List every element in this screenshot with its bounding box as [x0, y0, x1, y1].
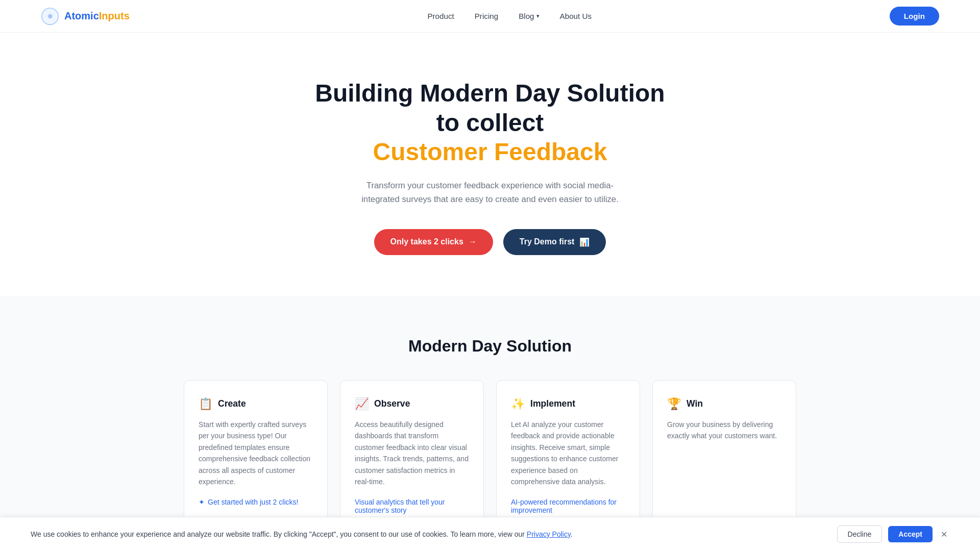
- cookie-banner: We use cookies to enhance your experienc…: [0, 517, 980, 551]
- feature-card-win: 🏆 Win Grow your business by delivering e…: [652, 380, 796, 531]
- close-cookie-button[interactable]: ✕: [939, 528, 949, 541]
- login-button[interactable]: Login: [890, 7, 939, 26]
- nav-pricing-link[interactable]: Pricing: [475, 12, 498, 20]
- implement-title: Implement: [530, 398, 575, 409]
- win-text: Grow your business by delivering exactly…: [667, 419, 781, 442]
- observe-link[interactable]: Visual analytics that tell your customer…: [355, 498, 469, 514]
- create-text: Start with expertly crafted surveys per …: [199, 419, 313, 488]
- accept-button[interactable]: Accept: [888, 526, 933, 542]
- logo-icon: ⚛: [41, 7, 59, 26]
- features-section-title: Modern Day Solution: [41, 337, 939, 356]
- navbar: ⚛ AtomicInputs Product Pricing Blog ▾ Ab…: [0, 0, 980, 33]
- svg-text:⚛: ⚛: [47, 12, 54, 20]
- arrow-right-icon: →: [469, 237, 477, 246]
- cookie-text: We use cookies to enhance your experienc…: [31, 530, 827, 538]
- cta-primary-button[interactable]: Only takes 2 clicks →: [374, 229, 493, 255]
- features-section: Modern Day Solution 📋 Create Start with …: [0, 296, 980, 551]
- observe-title: Observe: [374, 398, 410, 409]
- hero-title-highlight: Customer Feedback: [311, 137, 669, 167]
- feature-card-observe: 📈 Observe Access beautifully designed da…: [340, 380, 484, 531]
- features-grid: 📋 Create Start with expertly crafted sur…: [184, 380, 796, 531]
- close-icon: ✕: [941, 530, 947, 539]
- feature-card-implement: ✨ Implement Let AI analyze your customer…: [496, 380, 640, 531]
- create-icon: 📋: [199, 397, 213, 411]
- hero-section: Building Modern Day Solution to collect …: [0, 33, 980, 296]
- nav-blog-link[interactable]: Blog ▾: [519, 12, 539, 20]
- feature-card-create: 📋 Create Start with expertly crafted sur…: [184, 380, 328, 531]
- implement-link[interactable]: AI-powered recommendations for improveme…: [511, 498, 625, 514]
- implement-icon: ✨: [511, 397, 525, 411]
- create-link[interactable]: ✦ Get started with just 2 clicks!: [199, 498, 313, 506]
- bar-chart-icon: 📊: [579, 237, 590, 247]
- cta-demo-button[interactable]: Try Demo first 📊: [503, 229, 606, 255]
- nav-product-link[interactable]: Product: [427, 12, 454, 20]
- create-title: Create: [218, 398, 246, 409]
- logo-link[interactable]: ⚛ AtomicInputs: [41, 7, 130, 26]
- win-title: Win: [687, 398, 703, 409]
- hero-subtitle: Transform your customer feedback experie…: [357, 179, 623, 207]
- cookie-actions: Decline Accept ✕: [837, 525, 949, 543]
- hero-buttons: Only takes 2 clicks → Try Demo first 📊: [374, 229, 606, 255]
- privacy-policy-link[interactable]: Privacy Policy: [527, 530, 571, 538]
- sparkle-icon: ✦: [199, 498, 205, 506]
- hero-title: Building Modern Day Solution to collect …: [311, 79, 669, 167]
- win-icon: 🏆: [667, 397, 681, 411]
- implement-text: Let AI analyze your customer feedback an…: [511, 419, 625, 488]
- nav-about-link[interactable]: About Us: [560, 12, 592, 20]
- decline-button[interactable]: Decline: [837, 525, 883, 543]
- observe-text: Access beautifully designed dashboards t…: [355, 419, 469, 488]
- observe-icon: 📈: [355, 397, 369, 411]
- nav-links: Product Pricing Blog ▾ About Us: [427, 12, 592, 21]
- logo-text: AtomicInputs: [64, 10, 130, 22]
- chevron-down-icon: ▾: [536, 13, 540, 19]
